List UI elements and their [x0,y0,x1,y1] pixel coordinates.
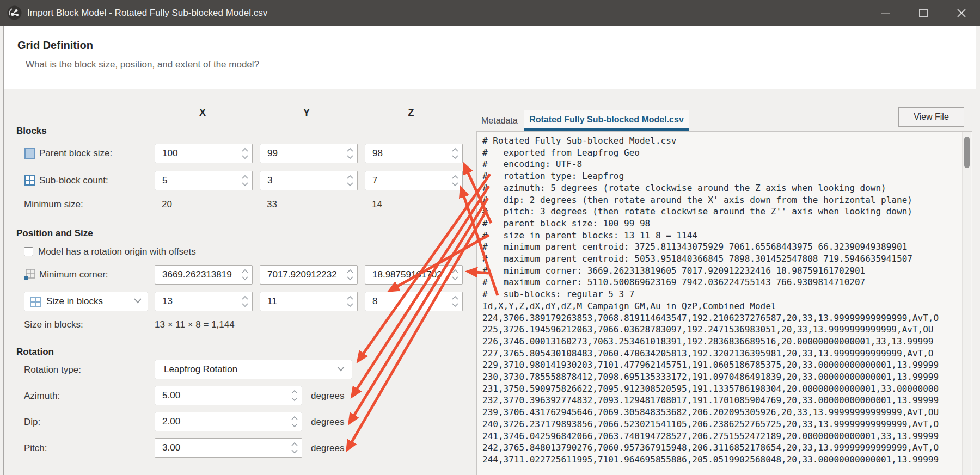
spin-buttons[interactable] [241,268,249,282]
size-in-blocks-x-value: 13 [162,292,173,311]
sub-block-count-y-input[interactable]: 3 [260,171,358,190]
file-preview-panel: # Rotated Fully Sub-blocked Model.csv # … [476,131,972,475]
column-header-x: X [185,107,220,119]
sub-block-count-label: Sub-block count: [39,175,108,186]
sub-block-count-y-value: 3 [267,171,272,190]
azimuth-value: 5.00 [162,386,180,405]
parent-block-size-x-input[interactable]: 100 [155,144,253,163]
minimum-size-y: 33 [267,199,277,210]
position-size-heading: Position and Size [16,228,93,239]
rotation-type-value: Leapfrog Rotation [164,360,237,379]
parent-block-size-z-value: 98 [372,144,383,163]
minimize-icon [879,7,891,19]
spin-buttons[interactable] [346,146,354,161]
maximize-button[interactable] [906,0,940,26]
tab-file-preview[interactable]: Rotated Fully Sub-blocked Model.csv [524,110,689,131]
view-file-button[interactable]: View File [898,107,964,127]
sub-block-count-icon [24,174,36,186]
sub-block-count-x-value: 5 [162,171,167,190]
size-in-blocks-combo[interactable]: Size in blocks [24,292,148,311]
page-subtitle: What is the block size, position, and ex… [26,59,259,70]
page-title: Grid Definition [17,39,93,52]
spin-buttons[interactable] [346,174,354,188]
size-in-blocks-z-value: 8 [372,292,377,311]
minimum-corner-y-value: 7017.920912232 [267,266,337,284]
size-in-blocks-icon [29,296,41,308]
size-in-blocks-y-input[interactable]: 11 [260,292,358,311]
size-in-blocks-y-value: 11 [267,292,277,311]
minimum-corner-label: Minimum corner: [39,269,108,280]
minimize-button[interactable] [868,0,902,26]
column-header-z: Z [394,107,428,119]
leapfrog-app-icon [7,5,22,20]
pitch-unit: degrees [311,443,344,454]
rotation-type-combo[interactable]: Leapfrog Rotation [155,360,352,379]
parent-block-size-y-value: 99 [267,144,278,163]
spin-buttons[interactable] [241,294,249,309]
scrollbar-thumb[interactable] [964,137,970,168]
spin-buttons[interactable] [451,294,460,309]
spin-buttons[interactable] [451,174,460,188]
pitch-label: Pitch: [24,443,47,454]
spin-buttons[interactable] [451,146,460,161]
close-icon [955,7,967,19]
size-summary-value: 13 × 11 × 8 = 1,144 [155,319,235,330]
azimuth-unit: degrees [311,391,344,402]
dip-input[interactable]: 2.00 [155,412,302,431]
window-title: Import Block Model - Rotated Fully Sub-b… [27,0,267,26]
sub-block-count-x-input[interactable]: 5 [155,171,253,190]
tab-metadata[interactable]: Metadata [481,110,518,131]
size-summary-label: Size in blocks: [24,319,83,330]
rotation-origin-label: Model has a rotation origin with offsets [38,246,196,257]
parent-block-size-icon [24,147,36,159]
spin-buttons[interactable] [346,294,354,309]
chevron-down-icon [336,366,345,372]
parent-block-size-y-input[interactable]: 99 [260,144,358,163]
dip-value: 2.00 [162,412,180,431]
pitch-value: 3.00 [162,439,180,457]
parent-block-size-x-value: 100 [162,144,177,163]
spin-buttons[interactable] [241,174,249,188]
size-in-blocks-x-input[interactable]: 13 [155,292,253,311]
minimum-corner-z-input[interactable]: 18.98759161702 [365,265,463,285]
minimum-size-z: 14 [372,199,382,210]
minimum-corner-x-input[interactable]: 3669.262313819 [155,265,253,285]
minimum-corner-icon [24,268,36,280]
chevron-down-icon [133,298,142,304]
spin-buttons[interactable] [290,415,299,429]
azimuth-label: Azimuth: [24,391,60,402]
pitch-input[interactable]: 3.00 [155,438,302,458]
title-bar[interactable]: Import Block Model - Rotated Fully Sub-b… [0,0,980,26]
minimum-size-label: Minimum size: [24,199,83,210]
minimum-size-x: 20 [162,199,172,210]
column-header-y: Y [289,107,324,119]
spin-buttons[interactable] [451,268,460,282]
import-block-model-dialog: Import Block Model - Rotated Fully Sub-b… [0,0,980,475]
azimuth-input[interactable]: 5.00 [155,386,302,405]
sub-block-count-z-input[interactable]: 7 [365,171,463,190]
spin-buttons[interactable] [346,268,354,282]
dip-label: Dip: [24,417,40,428]
minimum-corner-y-input[interactable]: 7017.920912232 [260,265,358,285]
spin-buttons[interactable] [241,146,249,161]
tab-file-preview-label: Rotated Fully Sub-blocked Model.csv [524,110,689,129]
size-in-blocks-combo-value: Size in blocks [46,292,103,311]
maximize-icon [917,7,929,19]
parent-block-size-label: Parent block size: [39,148,112,159]
vertical-scrollbar[interactable] [962,132,971,475]
minimum-corner-x-value: 3669.262313819 [162,266,232,284]
sub-block-count-z-value: 7 [372,171,377,190]
dip-unit: degrees [311,417,344,428]
rotation-type-label: Rotation type: [24,365,81,375]
size-in-blocks-z-input[interactable]: 8 [365,292,463,311]
rotation-origin-checkbox[interactable] [24,247,33,256]
file-content: # Rotated Fully Sub-blocked Model.csv # … [482,135,939,466]
spin-buttons[interactable] [290,388,299,403]
rotation-heading: Rotation [16,347,54,357]
close-button[interactable] [945,0,978,26]
spin-buttons[interactable] [290,441,299,455]
step-header [4,26,976,89]
parent-block-size-z-input[interactable]: 98 [365,144,463,163]
minimum-corner-z-value: 18.98759161702 [372,266,442,284]
blocks-heading: Blocks [16,126,47,137]
